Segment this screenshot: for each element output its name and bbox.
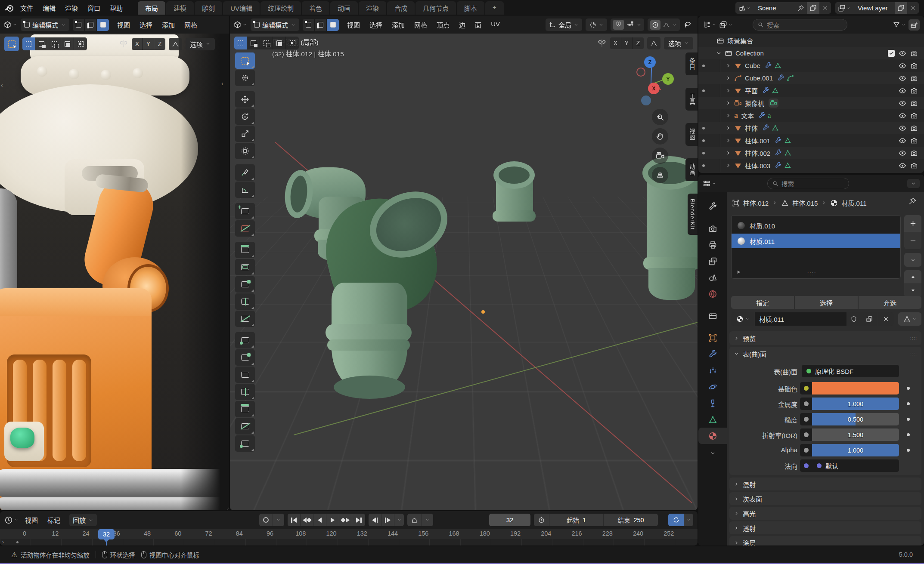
properties-tab-constraints[interactable]: [698, 395, 727, 411]
keying-set-dropdown[interactable]: [422, 514, 432, 526]
face-select-button[interactable]: [327, 19, 339, 31]
hide-eye-icon[interactable]: [899, 99, 906, 107]
hide-eye-icon[interactable]: [899, 87, 906, 95]
select-subtract-button[interactable]: [48, 37, 61, 50]
sync-dropdown[interactable]: [684, 514, 693, 526]
viewport-menu-网格[interactable]: 网格: [409, 18, 432, 31]
disable-render-camera-icon[interactable]: [910, 124, 918, 132]
new-collection-button[interactable]: [908, 19, 920, 31]
edge-select-button[interactable]: [315, 19, 327, 31]
vertex-select-button[interactable]: [303, 19, 315, 31]
checkbox[interactable]: [888, 50, 895, 57]
proportional-falloff-button[interactable]: [647, 37, 660, 49]
disable-render-camera-icon[interactable]: [910, 74, 918, 82]
disable-render-camera-icon[interactable]: [910, 112, 918, 120]
disable-render-camera-icon[interactable]: [910, 49, 918, 57]
properties-tab-physics[interactable]: [698, 379, 727, 395]
editor-type-button[interactable]: [3, 21, 17, 29]
expand-chevron-icon[interactable]: [725, 87, 732, 94]
left-editor-menu-选择[interactable]: 选择: [135, 18, 157, 31]
material-filter-button[interactable]: [898, 312, 921, 326]
gizmo-x-axis[interactable]: X: [648, 83, 660, 94]
disable-render-camera-icon[interactable]: [910, 149, 918, 157]
menu-编辑[interactable]: 编辑: [38, 2, 60, 14]
select-button[interactable]: 选择: [795, 296, 858, 309]
region-toggle-arrow-right[interactable]: ‹: [221, 80, 223, 87]
scene-selector[interactable]: Scene: [735, 2, 831, 14]
left-editor-menu-添加[interactable]: 添加: [157, 18, 180, 31]
play-reverse-button[interactable]: [313, 514, 326, 526]
breadcrumb-material[interactable]: 材质.011: [841, 198, 866, 207]
animate-decorator[interactable]: [907, 433, 910, 436]
mirror-y-button[interactable]: Y: [621, 37, 633, 49]
panel-header-高光[interactable]: 高光: [729, 507, 921, 520]
tool-annotate[interactable]: [235, 164, 255, 181]
panel-header-涂层[interactable]: 涂层: [729, 536, 921, 546]
outliner-row-柱体.001[interactable]: 柱体.001: [698, 134, 924, 147]
pan-hand-icon[interactable]: [652, 128, 668, 145]
outliner-row-柱体.002[interactable]: 柱体.002: [698, 147, 924, 159]
tool-knife[interactable]: [235, 311, 255, 327]
workspace-tab-纹理绘制[interactable]: 纹理绘制: [260, 1, 301, 15]
workspace-tab-合成[interactable]: 合成: [387, 1, 415, 15]
editor-type-button[interactable]: [703, 21, 716, 29]
editor-type-button[interactable]: [703, 179, 716, 188]
outliner-row-平面[interactable]: 平面: [698, 84, 924, 97]
workspace-tab-+[interactable]: +: [485, 1, 504, 15]
material-slot-材质.010[interactable]: 材质.010: [734, 218, 899, 233]
tool-move[interactable]: [235, 91, 255, 108]
jump-to-start-button[interactable]: [288, 514, 301, 526]
pin-id-button[interactable]: [908, 197, 917, 205]
hide-eye-icon[interactable]: [899, 137, 906, 145]
gizmo-minus-x-axis[interactable]: [636, 68, 645, 77]
disable-render-camera-icon[interactable]: [910, 162, 918, 170]
snap-target-icon[interactable]: [626, 21, 634, 29]
tool-bisect[interactable]: [235, 220, 255, 237]
tool-add-cube[interactable]: [235, 203, 255, 219]
material-slot-材质.011[interactable]: 材质.011: [732, 234, 900, 248]
workspace-tab-动画[interactable]: 动画: [330, 1, 358, 15]
tool-select-box[interactable]: [235, 52, 255, 69]
tool-bevel[interactable]: [235, 276, 255, 293]
surface-shader-menu[interactable]: 原理化 BSDF: [802, 365, 899, 377]
vertex-select-button[interactable]: [73, 19, 85, 31]
outliner-row-摄像机[interactable]: 摄像机: [698, 97, 924, 109]
viewlayer-type-icon[interactable]: [835, 2, 853, 14]
use-preview-range-toggle[interactable]: [534, 514, 549, 526]
gizmo-z-axis[interactable]: Z: [644, 56, 656, 68]
new-scene-button[interactable]: [807, 2, 819, 14]
hide-eye-icon[interactable]: [899, 62, 906, 70]
properties-tab-particles[interactable]: [698, 362, 727, 379]
list-expand-icon[interactable]: [736, 269, 741, 275]
menu-渲染[interactable]: 渲染: [60, 2, 83, 14]
mirror-x-button[interactable]: X: [610, 37, 621, 49]
deselect-button[interactable]: 弃选: [859, 296, 921, 309]
fake-user-shield-button[interactable]: [847, 312, 861, 326]
viewport-menu-顶点[interactable]: 顶点: [432, 18, 454, 31]
menu-窗口[interactable]: 窗口: [83, 2, 105, 14]
select-difference-button[interactable]: [61, 37, 74, 50]
slider-金属度[interactable]: 1.000: [812, 398, 899, 410]
sidebar-tab-动画[interactable]: 动画: [685, 158, 698, 181]
blender-logo-icon[interactable]: [4, 3, 15, 13]
tool-spin[interactable]: [235, 349, 255, 366]
perspective-toggle-icon[interactable]: [652, 167, 668, 183]
workspace-tab-UV编辑[interactable]: UV编辑: [223, 1, 260, 15]
select-extend-button[interactable]: [247, 37, 260, 49]
workspace-tab-布局[interactable]: 布局: [138, 1, 165, 15]
mirror-z-button[interactable]: Z: [154, 38, 165, 50]
properties-search-input[interactable]: 搜索: [767, 178, 849, 189]
channel-expand-icon[interactable]: ›: [2, 539, 4, 545]
tool-measure[interactable]: [235, 182, 255, 198]
slot-specials-button[interactable]: [904, 253, 921, 267]
playhead[interactable]: 32: [98, 529, 115, 539]
playback-dropdown[interactable]: 回放: [69, 514, 97, 526]
tool-shrink-fatten[interactable]: [235, 401, 255, 417]
left-editor-menu-网格[interactable]: 网格: [180, 18, 202, 31]
tab-strip-overflow-chevron[interactable]: [710, 450, 716, 456]
properties-tab-object[interactable]: [698, 330, 727, 346]
slider-Alpha[interactable]: 1.000: [812, 444, 899, 456]
menu-帮助[interactable]: 帮助: [105, 2, 127, 14]
surface-panel-header[interactable]: 表(曲)面::::: [729, 347, 921, 361]
proportional-edit-toggle[interactable]: [650, 20, 660, 30]
